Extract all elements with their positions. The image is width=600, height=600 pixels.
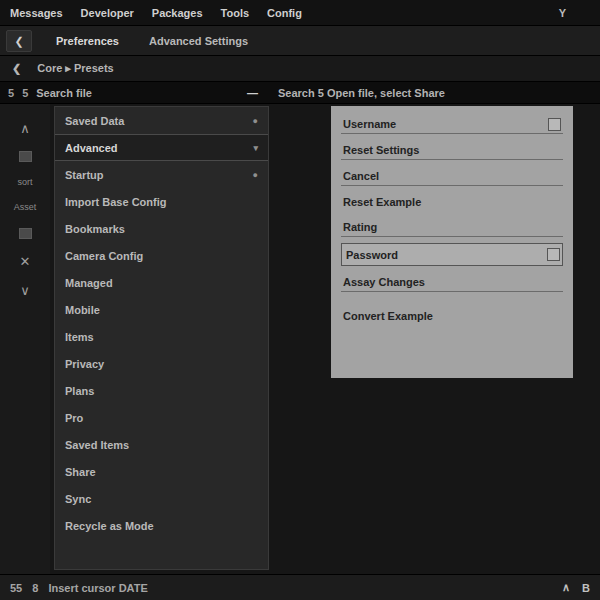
panel-header-title: Search 5 Open file, select Share [268,87,445,99]
back-button[interactable]: ❮ [6,30,32,52]
breadcrumb-back-icon[interactable]: ❮ [12,62,21,75]
form-field-label: Assay Changes [341,272,563,291]
form-field-reset-example[interactable]: Reset Example [341,192,563,211]
status-bar: 558Insert cursor DATE ∧ B [0,574,600,600]
list-badge-a: 5 [8,87,14,99]
status-right-label[interactable]: B [582,582,590,594]
block-icon[interactable] [19,228,32,239]
sidebar-item-label: Plans [65,385,94,397]
status-left: 558Insert cursor DATE [10,582,148,594]
sidebar-item-recycle-as-mode[interactable]: Recycle as Mode [55,512,268,539]
sidebar-item-import-base-config[interactable]: Import Base Config [55,188,268,215]
sidebar-item-label: Recycle as Mode [65,520,154,532]
sidebar-item-label: Sync [65,493,91,505]
list-header: 5 5 Search file — [0,87,268,99]
form-field-label: Reset Example [341,192,563,211]
sidebar-item-advanced[interactable]: Advanced ▾ [55,134,268,161]
menu-item[interactable]: Config [265,5,304,21]
tab-advanced-settings[interactable]: Advanced Settings [143,31,254,51]
sidebar-item-label: Bookmarks [65,223,125,235]
sidebar-item-label: Saved Items [65,439,129,451]
stop-icon[interactable] [19,151,32,162]
tab-items: PreferencesAdvanced Settings [50,31,254,51]
sidebar-item-items[interactable]: Items [55,323,268,350]
status-item: 55 [10,582,22,594]
sidebar-item-label: Advanced [65,142,118,154]
form-field-password[interactable]: Password [341,243,563,266]
sidebar-item-label: Share [65,466,96,478]
status-item: Insert cursor DATE [48,582,147,594]
menu-item[interactable]: Packages [150,5,205,21]
form-field-label: Convert Example [341,306,563,325]
sidebar-item-label: Privacy [65,358,104,370]
main-area: Username Reset Settings Cancel Reset Exa… [269,104,600,574]
sidebar-item-managed[interactable]: Managed [55,269,268,296]
app-window: MessagesDeveloperPackagesToolsConfig Y ❮… [0,0,600,600]
field-stepper-box[interactable] [548,118,561,131]
menu-items: MessagesDeveloperPackagesToolsConfig [8,5,304,21]
list-header-title: Search file [36,87,92,99]
sidebar-item-label: Mobile [65,304,100,316]
sidebar-item-saved-data[interactable]: Saved Data ● [55,107,268,134]
content-area: ∧sortAsset✕∨ Saved Data ● Advanced ▾ Sta… [0,104,600,574]
breadcrumb: Core ▸ Presets [37,62,113,75]
menu-item[interactable]: Tools [219,5,252,21]
sidebar-item-mark-icon: ▾ [253,143,258,153]
sort-label[interactable]: sort [17,178,32,187]
tab-bar: ❮ PreferencesAdvanced Settings [0,26,600,56]
form-field-convert-example[interactable]: Convert Example [341,306,563,325]
form-field-assay-changes[interactable]: Assay Changes [341,272,563,292]
settings-form-panel: Username Reset Settings Cancel Reset Exa… [331,106,573,378]
header-strip: 5 5 Search file — Search 5 Open file, se… [0,82,600,104]
asset-label[interactable]: Asset [14,203,37,212]
form-field-label: Reset Settings [341,140,563,159]
sidebar-item-label: Startup [65,169,104,181]
menu-item[interactable]: Messages [8,5,65,21]
sidebar-item-label: Pro [65,412,83,424]
minimize-icon[interactable]: — [247,87,268,99]
field-stepper-box[interactable] [547,248,560,261]
sidebar-item-startup[interactable]: Startup ● [55,161,268,188]
sidebar-item-pro[interactable]: Pro [55,404,268,431]
form-field-label: Username [341,114,563,133]
sidebar-item-label: Saved Data [65,115,124,127]
sidebar-item-mobile[interactable]: Mobile [55,296,268,323]
sidebar-item-label: Import Base Config [65,196,166,208]
sidebar-item-label: Items [65,331,94,343]
chevron-up-icon[interactable]: ∧ [562,581,570,594]
sidebar-item-privacy[interactable]: Privacy [55,350,268,377]
sidebar-item-bookmarks[interactable]: Bookmarks [55,215,268,242]
sidebar-item-sync[interactable]: Sync [55,485,268,512]
sidebar-item-mark-icon: ● [253,116,258,126]
form-field-cancel[interactable]: Cancel [341,166,563,186]
form-field-label: Password [344,245,560,264]
menubar: MessagesDeveloperPackagesToolsConfig Y [0,0,600,26]
status-right: ∧ B [562,581,590,594]
tab-preferences[interactable]: Preferences [50,31,125,51]
sidebar-item-mark-icon: ● [253,170,258,180]
form-field-username[interactable]: Username [341,114,563,134]
settings-sidebar: Saved Data ● Advanced ▾ Startup ● Import… [54,106,269,570]
form-field-label: Cancel [341,166,563,185]
sidebar-item-camera-config[interactable]: Camera Config [55,242,268,269]
menu-right-icon[interactable]: Y [559,7,592,19]
sidebar-item-label: Managed [65,277,113,289]
sidebar-item-saved-items[interactable]: Saved Items [55,431,268,458]
chevron-up-icon[interactable]: ∧ [20,122,30,135]
sidebar-item-plans[interactable]: Plans [55,377,268,404]
form-field-reset-settings[interactable]: Reset Settings [341,140,563,160]
status-item: 8 [32,582,38,594]
menu-item[interactable]: Developer [79,5,136,21]
form-field-label: Rating [341,217,563,236]
sidebar-item-share[interactable]: Share [55,458,268,485]
sidebar-item-label: Camera Config [65,250,143,262]
breadcrumb-bar: ❮ Core ▸ Presets [0,56,600,82]
list-badge-b: 5 [22,87,28,99]
form-field-rating[interactable]: Rating [341,217,563,237]
close-icon[interactable]: ✕ [20,255,31,268]
chevron-down-icon[interactable]: ∨ [20,284,30,297]
icon-rail: ∧sortAsset✕∨ [0,104,50,574]
